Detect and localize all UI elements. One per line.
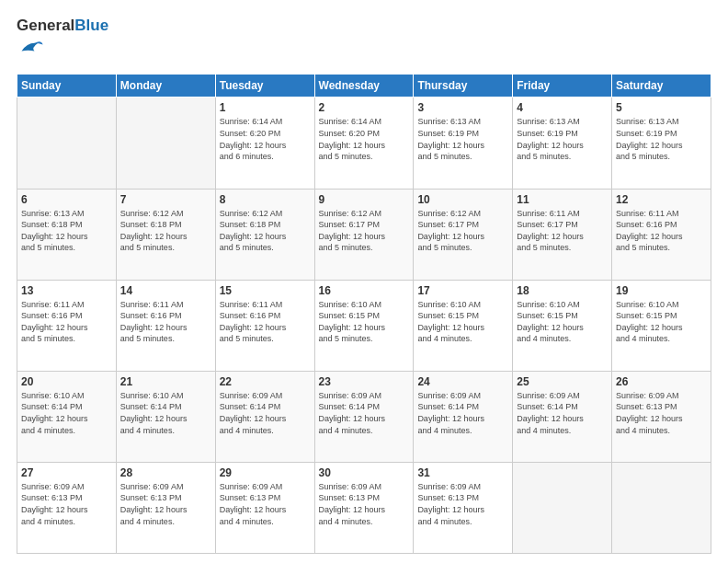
weekday-header-sunday: Sunday	[17, 75, 117, 98]
day-info: Sunrise: 6:09 AM Sunset: 6:13 PM Dayligh…	[120, 481, 211, 527]
calendar-cell: 7Sunrise: 6:12 AM Sunset: 6:18 PM Daylig…	[116, 189, 215, 280]
calendar-week-4: 20Sunrise: 6:10 AM Sunset: 6:14 PM Dayli…	[17, 371, 711, 462]
calendar-cell: 29Sunrise: 6:09 AM Sunset: 6:13 PM Dayli…	[215, 462, 314, 553]
day-number: 10	[417, 193, 508, 206]
day-info: Sunrise: 6:10 AM Sunset: 6:14 PM Dayligh…	[21, 390, 112, 436]
day-number: 2	[319, 101, 410, 114]
calendar-cell	[513, 462, 612, 553]
day-info: Sunrise: 6:10 AM Sunset: 6:14 PM Dayligh…	[120, 390, 211, 436]
day-info: Sunrise: 6:10 AM Sunset: 6:15 PM Dayligh…	[319, 299, 410, 345]
day-info: Sunrise: 6:13 AM Sunset: 6:19 PM Dayligh…	[517, 116, 608, 162]
day-number: 9	[319, 193, 410, 206]
weekday-header-thursday: Thursday	[414, 75, 513, 98]
day-info: Sunrise: 6:10 AM Sunset: 6:15 PM Dayligh…	[517, 299, 608, 345]
calendar-cell: 14Sunrise: 6:11 AM Sunset: 6:16 PM Dayli…	[116, 280, 215, 371]
day-number: 3	[417, 101, 508, 114]
day-number: 21	[120, 375, 211, 388]
weekday-header-tuesday: Tuesday	[215, 75, 314, 98]
day-number: 7	[120, 193, 211, 206]
weekday-header-wednesday: Wednesday	[314, 75, 414, 98]
day-number: 17	[417, 284, 508, 297]
weekday-header-saturday: Saturday	[612, 75, 711, 98]
calendar-table: SundayMondayTuesdayWednesdayThursdayFrid…	[17, 74, 711, 554]
calendar-cell	[17, 98, 117, 189]
day-info: Sunrise: 6:09 AM Sunset: 6:13 PM Dayligh…	[417, 481, 508, 527]
day-number: 13	[21, 284, 112, 297]
calendar-cell: 15Sunrise: 6:11 AM Sunset: 6:16 PM Dayli…	[215, 280, 314, 371]
day-info: Sunrise: 6:14 AM Sunset: 6:20 PM Dayligh…	[220, 116, 311, 162]
day-number: 20	[21, 375, 112, 388]
day-info: Sunrise: 6:09 AM Sunset: 6:13 PM Dayligh…	[616, 390, 707, 436]
day-info: Sunrise: 6:09 AM Sunset: 6:14 PM Dayligh…	[517, 390, 608, 436]
day-number: 1	[220, 101, 311, 114]
header: GeneralBlue	[17, 17, 711, 64]
day-number: 23	[319, 375, 410, 388]
day-number: 15	[220, 284, 311, 297]
day-number: 30	[319, 466, 410, 479]
calendar-cell: 1Sunrise: 6:14 AM Sunset: 6:20 PM Daylig…	[215, 98, 314, 189]
calendar-cell: 3Sunrise: 6:13 AM Sunset: 6:19 PM Daylig…	[414, 98, 513, 189]
calendar-cell: 18Sunrise: 6:10 AM Sunset: 6:15 PM Dayli…	[513, 280, 612, 371]
day-info: Sunrise: 6:11 AM Sunset: 6:16 PM Dayligh…	[220, 299, 311, 345]
day-info: Sunrise: 6:09 AM Sunset: 6:13 PM Dayligh…	[319, 481, 410, 527]
day-number: 27	[21, 466, 112, 479]
logo-line1: GeneralBlue	[17, 17, 108, 35]
calendar-cell: 22Sunrise: 6:09 AM Sunset: 6:14 PM Dayli…	[215, 371, 314, 462]
calendar-cell: 19Sunrise: 6:10 AM Sunset: 6:15 PM Dayli…	[612, 280, 711, 371]
day-number: 18	[517, 284, 608, 297]
calendar-cell: 26Sunrise: 6:09 AM Sunset: 6:13 PM Dayli…	[612, 371, 711, 462]
day-number: 26	[616, 375, 707, 388]
day-number: 11	[517, 193, 608, 206]
day-info: Sunrise: 6:10 AM Sunset: 6:15 PM Dayligh…	[417, 299, 508, 345]
calendar-week-3: 13Sunrise: 6:11 AM Sunset: 6:16 PM Dayli…	[17, 280, 711, 371]
day-info: Sunrise: 6:13 AM Sunset: 6:19 PM Dayligh…	[417, 116, 508, 162]
day-info: Sunrise: 6:12 AM Sunset: 6:17 PM Dayligh…	[319, 208, 410, 254]
day-info: Sunrise: 6:13 AM Sunset: 6:19 PM Dayligh…	[616, 116, 707, 162]
day-number: 19	[616, 284, 707, 297]
day-info: Sunrise: 6:09 AM Sunset: 6:13 PM Dayligh…	[220, 481, 311, 527]
day-number: 5	[616, 101, 707, 114]
day-number: 28	[120, 466, 211, 479]
calendar-cell: 10Sunrise: 6:12 AM Sunset: 6:17 PM Dayli…	[414, 189, 513, 280]
calendar-cell: 20Sunrise: 6:10 AM Sunset: 6:14 PM Dayli…	[17, 371, 117, 462]
calendar-cell: 24Sunrise: 6:09 AM Sunset: 6:14 PM Dayli…	[414, 371, 513, 462]
calendar-cell: 12Sunrise: 6:11 AM Sunset: 6:16 PM Dayli…	[612, 189, 711, 280]
calendar-cell: 11Sunrise: 6:11 AM Sunset: 6:17 PM Dayli…	[513, 189, 612, 280]
calendar-header-row: SundayMondayTuesdayWednesdayThursdayFrid…	[17, 75, 711, 98]
day-number: 29	[220, 466, 311, 479]
day-number: 24	[417, 375, 508, 388]
day-number: 16	[319, 284, 410, 297]
day-info: Sunrise: 6:11 AM Sunset: 6:16 PM Dayligh…	[616, 208, 707, 254]
calendar-cell: 6Sunrise: 6:13 AM Sunset: 6:18 PM Daylig…	[17, 189, 117, 280]
calendar-cell: 25Sunrise: 6:09 AM Sunset: 6:14 PM Dayli…	[513, 371, 612, 462]
calendar-cell: 31Sunrise: 6:09 AM Sunset: 6:13 PM Dayli…	[414, 462, 513, 553]
day-number: 8	[220, 193, 311, 206]
calendar-body: 1Sunrise: 6:14 AM Sunset: 6:20 PM Daylig…	[17, 98, 711, 554]
calendar-cell: 17Sunrise: 6:10 AM Sunset: 6:15 PM Dayli…	[414, 280, 513, 371]
calendar-cell: 30Sunrise: 6:09 AM Sunset: 6:13 PM Dayli…	[314, 462, 414, 553]
day-number: 4	[517, 101, 608, 114]
day-number: 25	[517, 375, 608, 388]
calendar-cell	[612, 462, 711, 553]
calendar-cell: 28Sunrise: 6:09 AM Sunset: 6:13 PM Dayli…	[116, 462, 215, 553]
day-info: Sunrise: 6:09 AM Sunset: 6:13 PM Dayligh…	[21, 481, 112, 527]
logo: GeneralBlue	[17, 17, 108, 64]
day-info: Sunrise: 6:11 AM Sunset: 6:17 PM Dayligh…	[517, 208, 608, 254]
day-number: 12	[616, 193, 707, 206]
day-info: Sunrise: 6:13 AM Sunset: 6:18 PM Dayligh…	[21, 208, 112, 254]
day-number: 6	[21, 193, 112, 206]
day-info: Sunrise: 6:09 AM Sunset: 6:14 PM Dayligh…	[220, 390, 311, 436]
day-number: 14	[120, 284, 211, 297]
calendar-week-5: 27Sunrise: 6:09 AM Sunset: 6:13 PM Dayli…	[17, 462, 711, 553]
calendar-cell: 21Sunrise: 6:10 AM Sunset: 6:14 PM Dayli…	[116, 371, 215, 462]
calendar-cell: 2Sunrise: 6:14 AM Sunset: 6:20 PM Daylig…	[314, 98, 414, 189]
day-number: 31	[417, 466, 508, 479]
day-info: Sunrise: 6:09 AM Sunset: 6:14 PM Dayligh…	[417, 390, 508, 436]
day-info: Sunrise: 6:12 AM Sunset: 6:17 PM Dayligh…	[417, 208, 508, 254]
calendar-cell: 8Sunrise: 6:12 AM Sunset: 6:18 PM Daylig…	[215, 189, 314, 280]
calendar-cell	[116, 98, 215, 189]
day-info: Sunrise: 6:10 AM Sunset: 6:15 PM Dayligh…	[616, 299, 707, 345]
day-info: Sunrise: 6:14 AM Sunset: 6:20 PM Dayligh…	[319, 116, 410, 162]
day-info: Sunrise: 6:11 AM Sunset: 6:16 PM Dayligh…	[21, 299, 112, 345]
calendar-week-1: 1Sunrise: 6:14 AM Sunset: 6:20 PM Daylig…	[17, 98, 711, 189]
